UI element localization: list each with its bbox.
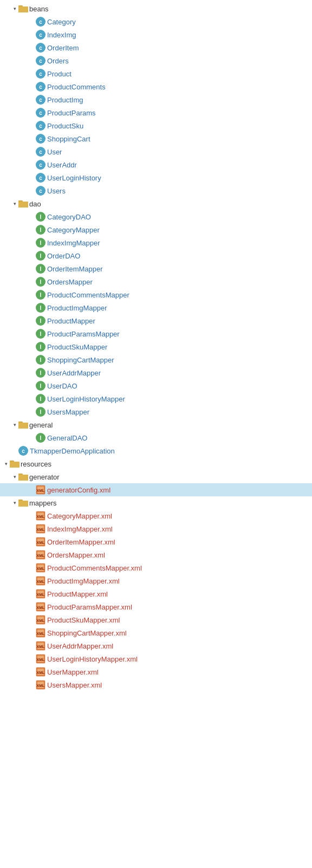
interface-orderitemmapper[interactable]: I OrderItemMapper: [0, 262, 312, 275]
chevron-beans: ▾: [11, 5, 18, 12]
interface-useraddrmapper[interactable]: I UserAddrMapper: [0, 366, 312, 379]
xml-icon-productparamsmapper: XML: [36, 602, 46, 612]
class-userloginhistory[interactable]: c UserLoginHistory: [0, 171, 312, 184]
interface-label-productmapper: ProductMapper: [47, 317, 95, 325]
file-productparamsmapper-xml[interactable]: XML ProductParamsMapper.xml: [0, 600, 312, 613]
class-icon-category: c: [36, 17, 46, 27]
class-category[interactable]: c Category: [0, 15, 312, 28]
class-productcomments[interactable]: c ProductComments: [0, 80, 312, 93]
class-productimg[interactable]: c ProductImg: [0, 93, 312, 106]
svg-text:XML: XML: [37, 580, 46, 584]
file-label-ordersmapper-xml: OrdersMapper.xml: [47, 551, 105, 559]
general-label: general: [29, 421, 53, 429]
interface-shoppingcartmapper[interactable]: I ShoppingCartMapper: [0, 353, 312, 366]
file-ordersmapper-xml[interactable]: XML OrdersMapper.xml: [0, 548, 312, 561]
interface-productcommentsmapper[interactable]: I ProductCommentsMapper: [0, 288, 312, 301]
mappers-label: mappers: [29, 499, 57, 507]
xml-icon-orderitemmapper: XML: [36, 537, 46, 547]
interface-categorymapper[interactable]: I CategoryMapper: [0, 223, 312, 236]
chevron-dao: ▾: [11, 200, 18, 208]
interface-ordersmapper[interactable]: I OrdersMapper: [0, 275, 312, 288]
interface-icon-productmapper: I: [36, 316, 46, 326]
interface-productmapper[interactable]: I ProductMapper: [0, 314, 312, 327]
file-usermapper-xml[interactable]: XML UserMapper.xml: [0, 665, 312, 678]
class-icon-indeximg: c: [36, 30, 46, 40]
svg-text:XML: XML: [37, 567, 46, 571]
folder-general[interactable]: ▾ general: [0, 418, 312, 431]
class-product[interactable]: c Product: [0, 67, 312, 80]
svg-rect-5: [18, 202, 28, 208]
file-shoppingcartmapper-xml[interactable]: XML ShoppingCartMapper.xml: [0, 626, 312, 639]
interface-label-generaldao: GeneralDAO: [47, 434, 87, 442]
interface-label-useraddrmapper: UserAddrMapper: [47, 369, 101, 377]
file-categorymapper-xml[interactable]: XML CategoryMapper.xml: [0, 509, 312, 522]
interface-indeximgmapper[interactable]: I IndexImgMapper: [0, 236, 312, 249]
class-orders[interactable]: c Orders: [0, 54, 312, 67]
svg-text:XML: XML: [37, 632, 46, 636]
file-productcommentsmapper-xml[interactable]: XML ProductCommentsMapper.xml: [0, 561, 312, 574]
folder-general-icon: [18, 421, 28, 429]
class-icon-user: c: [36, 147, 46, 157]
folder-generator[interactable]: ▾ generator: [0, 470, 312, 483]
class-icon-orders: c: [36, 56, 46, 66]
file-productimgmapper-xml[interactable]: XML ProductImgMapper.xml: [0, 574, 312, 587]
class-productsku[interactable]: c ProductSku: [0, 119, 312, 132]
class-shoppingcart[interactable]: c ShoppingCart: [0, 132, 312, 145]
svg-rect-20: [18, 501, 28, 507]
folder-mappers-icon: [18, 499, 28, 507]
class-orderitem[interactable]: c OrderItem: [0, 41, 312, 54]
interface-generaldao[interactable]: I GeneralDAO: [0, 431, 312, 444]
class-icon-shoppingcart: c: [36, 134, 46, 144]
project-tree: ▾ beans c Category c IndexImg c OrderIte…: [0, 0, 312, 694]
interface-productimgmapper[interactable]: I ProductImgMapper: [0, 301, 312, 314]
class-useraddr[interactable]: c UserAddr: [0, 158, 312, 171]
class-label-category: Category: [47, 18, 76, 26]
folder-resources[interactable]: ▾ resources: [0, 457, 312, 470]
interface-userloginhistorymapper[interactable]: I UserLoginHistoryMapper: [0, 392, 312, 405]
interface-icon-indeximgmapper: I: [36, 238, 46, 248]
class-user[interactable]: c User: [0, 145, 312, 158]
class-icon-tkmapperdemo: c: [18, 446, 28, 456]
file-generatorconfig[interactable]: XML generatorConfig.xml: [0, 483, 312, 496]
interface-icon-productimgmapper: I: [36, 303, 46, 313]
interface-categorydao[interactable]: I CategoryDAO: [0, 210, 312, 223]
file-useraddrmapper-xml[interactable]: XML UserAddrMapper.xml: [0, 639, 312, 652]
class-tkmapperdemo[interactable]: c TkmapperDemoApplication: [0, 444, 312, 457]
svg-text:XML: XML: [37, 684, 46, 688]
svg-rect-11: [10, 462, 20, 468]
svg-rect-8: [18, 423, 28, 429]
folder-dao[interactable]: ▾ dao: [0, 197, 312, 210]
xml-icon-categorymapper: XML: [36, 511, 46, 521]
file-userloginhistorymapper-xml[interactable]: XML UserLoginHistoryMapper.xml: [0, 652, 312, 665]
folder-mappers[interactable]: ▾ mappers: [0, 496, 312, 509]
class-label-productparams: ProductParams: [47, 109, 96, 117]
interface-usersmapper[interactable]: I UsersMapper: [0, 405, 312, 418]
folder-beans[interactable]: ▾ beans: [0, 2, 312, 15]
interface-icon-orderdao: I: [36, 251, 46, 261]
interface-label-categorydao: CategoryDAO: [47, 213, 91, 221]
folder-dao-icon: [18, 200, 28, 208]
class-label-tkmapperdemo: TkmapperDemoApplication: [30, 447, 115, 455]
file-usersmapper-xml[interactable]: XML UsersMapper.xml: [0, 678, 312, 691]
class-label-useraddr: UserAddr: [47, 161, 77, 169]
class-users[interactable]: c Users: [0, 184, 312, 197]
file-productmapper-xml[interactable]: XML ProductMapper.xml: [0, 587, 312, 600]
file-productskumapper-xml[interactable]: XML ProductSkuMapper.xml: [0, 613, 312, 626]
beans-label: beans: [29, 5, 48, 13]
file-label-productcommentsmapper-xml: ProductCommentsMapper.xml: [47, 564, 142, 572]
interface-label-productskumapper: ProductSkuMapper: [47, 343, 107, 351]
class-indeximg[interactable]: c IndexImg: [0, 28, 312, 41]
interface-label-orderdao: OrderDAO: [47, 252, 80, 260]
file-orderitemmapper-xml[interactable]: XML OrderItemMapper.xml: [0, 535, 312, 548]
file-indeximgmapper-xml[interactable]: XML IndexImgMapper.xml: [0, 522, 312, 535]
svg-text:XML: XML: [37, 528, 46, 532]
interface-productskumapper[interactable]: I ProductSkuMapper: [0, 340, 312, 353]
interface-productparamsmapper[interactable]: I ProductParamsMapper: [0, 327, 312, 340]
file-label-shoppingcartmapper-xml: ShoppingCartMapper.xml: [47, 629, 127, 637]
xml-icon-productimgmapper: XML: [36, 576, 46, 586]
class-productparams[interactable]: c ProductParams: [0, 106, 312, 119]
interface-label-userloginhistorymapper: UserLoginHistoryMapper: [47, 395, 125, 403]
svg-text:XML: XML: [37, 606, 46, 610]
interface-orderdao[interactable]: I OrderDAO: [0, 249, 312, 262]
interface-userdao[interactable]: I UserDAO: [0, 379, 312, 392]
